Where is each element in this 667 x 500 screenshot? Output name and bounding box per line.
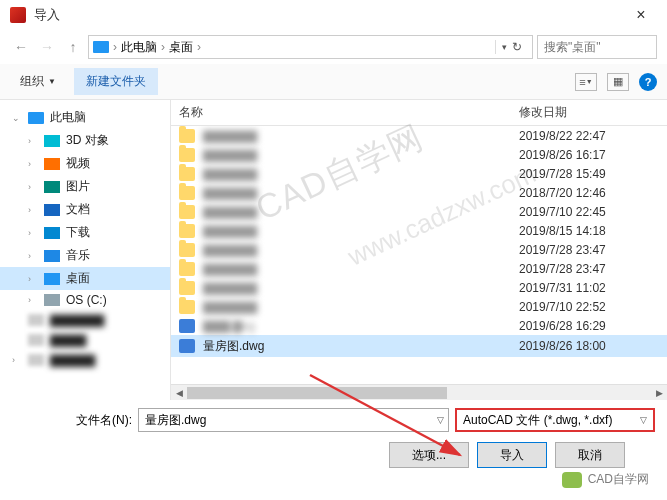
- tree-item-OS (C:)[interactable]: ›OS (C:): [0, 290, 170, 310]
- file-row[interactable]: ▇▇▇▇▇▇2019/8/26 16:17: [171, 145, 667, 164]
- expand-icon[interactable]: ›: [28, 274, 38, 284]
- file-date: 2019/7/31 11:02: [519, 281, 659, 295]
- tree-item-blur[interactable]: ›▇▇▇▇▇: [0, 350, 170, 370]
- file-date: 2019/8/22 22:47: [519, 129, 659, 143]
- file-row[interactable]: 量房图.dwg2019/8/26 18:00: [171, 335, 667, 357]
- tree-item-音乐[interactable]: ›音乐: [0, 244, 170, 267]
- file-date: 2019/8/26 16:17: [519, 148, 659, 162]
- file-row[interactable]: ▇▇▇▇▇▇2019/7/28 23:47: [171, 240, 667, 259]
- expand-icon[interactable]: ›: [28, 205, 38, 215]
- new-folder-button[interactable]: 新建文件夹: [74, 68, 158, 95]
- expand-icon[interactable]: ›: [28, 251, 38, 261]
- file-name: ▇▇▇▇▇▇: [203, 243, 511, 257]
- wechat-icon: [562, 472, 582, 488]
- view-list-icon[interactable]: ≡ ▼: [575, 73, 597, 91]
- window-title: 导入: [34, 6, 621, 24]
- file-row[interactable]: ▇▇▇▇▇▇2019/7/10 22:52: [171, 297, 667, 316]
- import-button[interactable]: 导入: [477, 442, 547, 468]
- file-date: 2019/7/10 22:52: [519, 300, 659, 314]
- close-icon[interactable]: ×: [621, 6, 661, 24]
- chevron-down-icon[interactable]: ▽: [437, 415, 444, 425]
- expand-icon[interactable]: ›: [28, 136, 38, 146]
- breadcrumb-pc[interactable]: 此电脑: [121, 39, 157, 56]
- tree-item-blur[interactable]: ▇▇▇▇: [0, 330, 170, 350]
- breadcrumb[interactable]: › 此电脑 › 桌面 › ▾ ↻: [88, 35, 533, 59]
- tree-item-文档[interactable]: ›文档: [0, 198, 170, 221]
- search-input[interactable]: [537, 35, 657, 59]
- file-icon: [179, 319, 195, 333]
- file-row[interactable]: ▇▇▇▇▇▇2019/7/28 23:47: [171, 259, 667, 278]
- file-name: ▇▇▇▇▇▇: [203, 148, 511, 162]
- expand-icon[interactable]: ›: [28, 182, 38, 192]
- search-field[interactable]: [544, 40, 650, 54]
- file-date: 2019/8/15 14:18: [519, 224, 659, 238]
- file-name: 量房图.dwg: [203, 338, 511, 355]
- brand-badge: CAD自学网: [562, 471, 649, 488]
- file-row[interactable]: ▇▇▇▇▇▇2019/7/31 11:02: [171, 278, 667, 297]
- tree-item-视频[interactable]: ›视频: [0, 152, 170, 175]
- nav-back-icon[interactable]: ←: [10, 36, 32, 58]
- folder-icon: [179, 148, 195, 162]
- filetype-select[interactable]: AutoCAD 文件 (*.dwg, *.dxf) ▽: [455, 408, 655, 432]
- folder-type-icon: [44, 227, 60, 239]
- cancel-button[interactable]: 取消: [555, 442, 625, 468]
- folder-icon: [179, 224, 195, 238]
- scrollbar-thumb[interactable]: [187, 387, 447, 399]
- chevron-down-icon[interactable]: ▽: [640, 415, 647, 425]
- folder-icon: [179, 167, 195, 181]
- chevron-right-icon: ›: [113, 40, 117, 54]
- folder-icon: [179, 281, 195, 295]
- folder-type-icon: [44, 250, 60, 262]
- file-date: 2019/7/28 15:49: [519, 167, 659, 181]
- file-date: 2019/7/28 23:47: [519, 262, 659, 276]
- file-name: ▇▇▇.▇vg: [203, 319, 511, 333]
- filename-input[interactable]: 量房图.dwg ▽: [138, 408, 449, 432]
- expand-icon[interactable]: ›: [28, 295, 38, 305]
- file-name: ▇▇▇▇▇▇: [203, 205, 511, 219]
- file-row[interactable]: ▇▇▇.▇vg2019/6/28 16:29: [171, 316, 667, 335]
- nav-up-icon[interactable]: ↑: [62, 36, 84, 58]
- folder-tree: ⌄ 此电脑 ›3D 对象›视频›图片›文档›下载›音乐›桌面›OS (C:) ▇…: [0, 100, 170, 400]
- expand-icon[interactable]: ›: [12, 355, 22, 365]
- file-row[interactable]: ▇▇▇▇▇▇2019/7/28 15:49: [171, 164, 667, 183]
- folder-icon: [179, 300, 195, 314]
- collapse-icon[interactable]: ⌄: [12, 113, 22, 123]
- folder-type-icon: [44, 204, 60, 216]
- tree-item-3D 对象[interactable]: ›3D 对象: [0, 129, 170, 152]
- file-name: ▇▇▇▇▇▇: [203, 129, 511, 143]
- column-header-date[interactable]: 修改日期: [519, 104, 659, 121]
- breadcrumb-desktop[interactable]: 桌面: [169, 39, 193, 56]
- horizontal-scrollbar[interactable]: ◀ ▶: [171, 384, 667, 400]
- tree-item-桌面[interactable]: ›桌面: [0, 267, 170, 290]
- file-name: ▇▇▇▇▇▇: [203, 262, 511, 276]
- file-name: ▇▇▇▇▇▇: [203, 186, 511, 200]
- organize-button[interactable]: 组织 ▼: [10, 69, 66, 94]
- help-icon[interactable]: ?: [639, 73, 657, 91]
- file-row[interactable]: ▇▇▇▇▇▇2019/7/10 22:45: [171, 202, 667, 221]
- tree-item-blur[interactable]: ▇▇▇▇▇▇: [0, 310, 170, 330]
- tree-item-下载[interactable]: ›下载: [0, 221, 170, 244]
- file-row[interactable]: ▇▇▇▇▇▇2019/8/22 22:47: [171, 126, 667, 145]
- scroll-left-icon[interactable]: ◀: [171, 385, 187, 401]
- tree-item-pc[interactable]: ⌄ 此电脑: [0, 106, 170, 129]
- tree-item-图片[interactable]: ›图片: [0, 175, 170, 198]
- folder-type-icon: [44, 181, 60, 193]
- folder-icon: [179, 262, 195, 276]
- file-date: 2019/6/28 16:29: [519, 319, 659, 333]
- file-row[interactable]: ▇▇▇▇▇▇2019/8/15 14:18: [171, 221, 667, 240]
- chevron-right-icon: ›: [197, 40, 201, 54]
- filename-label: 文件名(N):: [12, 412, 132, 429]
- folder-icon: [179, 129, 195, 143]
- file-date: 2019/7/28 23:47: [519, 243, 659, 257]
- refresh-icon[interactable]: ▾ ↻: [495, 40, 528, 54]
- expand-icon[interactable]: ›: [28, 228, 38, 238]
- expand-icon[interactable]: ›: [28, 159, 38, 169]
- file-row[interactable]: ▇▇▇▇▇▇2018/7/20 12:46: [171, 183, 667, 202]
- pc-icon: [93, 41, 109, 53]
- column-header-name[interactable]: 名称: [179, 104, 519, 121]
- nav-forward-icon: →: [36, 36, 58, 58]
- options-button[interactable]: 选项...: [389, 442, 469, 468]
- scroll-right-icon[interactable]: ▶: [651, 385, 667, 401]
- view-details-icon[interactable]: ▦: [607, 73, 629, 91]
- folder-icon: [179, 243, 195, 257]
